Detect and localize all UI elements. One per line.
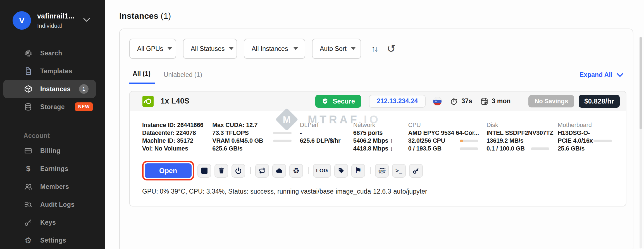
delete-button[interactable] [214,164,228,178]
instance-card-header: 1x L40S Secure 212.13.234.24 [130,91,626,111]
gpu-name: 1x L40S [161,97,189,105]
sidebar-item-label: Settings [40,237,66,244]
usage-bar [273,140,292,142]
expand-all-button[interactable]: Expand All [579,71,624,84]
sidebar-item-instances[interactable]: Instances 1 [3,80,96,98]
caret-down-icon [351,47,356,50]
cpu-model: AMD EPYC 9534 64-Cor... [408,129,486,137]
report-button[interactable]: ⚑ [351,164,365,178]
sort-direction-icon[interactable]: ↑↓ [371,44,377,53]
volumes: Vol: No Volumes [142,145,212,152]
sidebar: V vafinrail1... Individual Search [0,0,105,249]
ports: 6875 ports [353,129,408,137]
age-value: 37s [461,97,472,105]
page-title-text: Instances [119,11,158,20]
recreate-button[interactable]: ♻ [289,164,303,178]
usage-bar [273,132,292,134]
savings-badge: No Savings [528,95,574,107]
column-label: Network [353,121,408,129]
filter-value: All GPUs [137,45,163,53]
detail-col-disk: Disk INTEL SSDPF2NV307TZ 13619.2 MB/s 0.… [486,121,558,152]
dlperf-per-dollar: 625.6 DLP/$/hr [300,137,353,145]
sidebar-item-keys[interactable]: Keys [0,213,105,231]
sidebar-item-search[interactable]: Search [0,44,105,62]
tab-unlabeled[interactable]: Unlabeled (1) [164,71,202,84]
divider [308,167,309,174]
main-content: Instances(1) All GPUs All Statuses All I… [105,0,644,249]
instance-header-right: Secure 212.13.234.24 37s [315,95,620,108]
scrollbar-thumb[interactable] [640,37,642,129]
user-name: vafinrail1... [37,12,74,20]
machine-id: Machine ID: 35172 [142,137,212,145]
instances-count-badge: 1 [79,84,89,94]
ssh-key-button[interactable] [409,164,423,178]
database-icon [23,103,33,111]
sidebar-item-settings[interactable]: ⚙ Settings [0,231,105,249]
cloud-button[interactable] [272,164,286,178]
stop-icon [201,168,207,174]
sidebar-item-audit-logs[interactable]: Audit Logs [0,196,105,213]
user-meta: vafinrail1... Individual [37,12,74,29]
instance-status-line: GPU: 0% 39°C, CPU: 3.34%, Status: succes… [142,188,620,195]
page-title: Instances(1) [119,11,644,21]
jupyter-button[interactable]: jupyter [375,164,389,178]
sidebar-item-members[interactable]: Members [0,178,105,196]
ram-usage-bar [460,147,478,150]
dlperf-value: - [300,129,353,137]
filter-statuses[interactable]: All Statuses [183,39,237,59]
pcie-bandwidth: 25.6 GB/s [558,145,620,152]
reboot-button[interactable] [255,164,269,178]
terminal-button[interactable]: >_ [392,164,406,178]
repeat-icon [258,167,266,175]
filter-row: All GPUs All Statuses All Instances Auto… [129,39,633,59]
gear-icon: ⚙ [23,236,33,245]
filter-sort[interactable]: Auto Sort [312,39,361,59]
trash-icon [218,167,225,174]
calendar-clock-icon [480,97,488,105]
sidebar-nav: Search Templates Instances 1 [0,44,105,249]
secure-badge[interactable]: Secure [315,95,361,108]
credit-card-icon [23,147,33,155]
label-button[interactable] [334,164,348,178]
annotation-highlight: Open [142,161,194,180]
tflops: 73.3 TFLOPS [212,130,249,137]
sidebar-item-templates[interactable]: Templates [0,62,105,80]
open-button[interactable]: Open [145,163,192,178]
instance-card: 1x L40S Secure 212.13.234.24 [129,91,626,206]
tab-all[interactable]: All (1) [129,70,155,84]
scrollbar[interactable] [640,37,642,248]
instances-panel: All GPUs All Statuses All Instances Auto… [119,29,633,249]
sidebar-item-earnings[interactable]: $ Earnings [0,160,105,178]
user-account-menu[interactable]: V vafinrail1... Individual [0,0,105,30]
instance-duration: 3 mon [480,97,511,105]
filter-instances[interactable]: All Instances [244,39,305,59]
detail-col-network: Network 6875 ports 5406.2 Mbps ↑ 4418.8 … [353,121,408,152]
datacenter-id: Datacenter: 224078 [142,129,212,137]
price-badge: $0.828/hr [579,95,620,108]
motherboard-model: H13DSG-O- [558,129,620,137]
sidebar-item-label: Members [40,183,69,191]
ram: 0 / 193.5 GB [408,145,442,152]
log-button[interactable]: LOG [313,164,331,178]
sidebar-item-label: Instances [40,85,71,93]
detail-col-cpu: CPU AMD EPYC 9534 64-Cor... 32.0/256 CPU… [408,121,486,152]
stop-button[interactable] [197,164,211,178]
svg-text:jupyter: jupyter [378,170,385,172]
cube-icon [23,85,33,93]
sidebar-item-billing[interactable]: Billing [0,142,105,160]
refresh-icon[interactable]: ↺ [387,43,396,54]
country-flag-icon [433,97,442,106]
sidebar-item-storage[interactable]: Storage NEW [0,98,105,116]
secure-label: Secure [333,97,355,105]
account-section-label: Account [0,132,105,140]
detail-col-dlperf: DLPerf - 625.6 DLP/$/hr [300,121,353,152]
caret-down-icon [294,47,298,50]
filter-gpus[interactable]: All GPUs [129,39,176,59]
cpu-usage-bar [460,140,478,142]
divider [370,167,371,174]
column-label: Disk [486,121,558,129]
ip-address-button[interactable]: 212.13.234.24 [369,95,426,108]
chevron-down-icon[interactable] [83,17,90,22]
power-button[interactable] [232,164,245,178]
column-label: DLPerf [300,121,353,129]
